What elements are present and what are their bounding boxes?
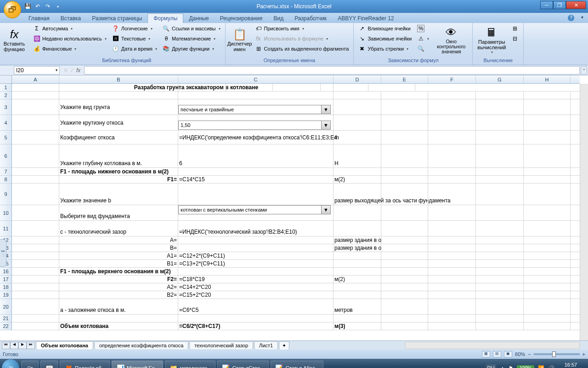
- row-header-22[interactable]: 22: [0, 322, 11, 330]
- use-in-formula-button[interactable]: fxИспользовать в формуле: [253, 34, 351, 43]
- cell-E12[interactable]: [381, 236, 428, 244]
- cell-C18[interactable]: =C14+2*C20: [178, 283, 334, 291]
- cell-A9[interactable]: [12, 184, 59, 205]
- watch-window-button[interactable]: 👁 Окно контрольного значения: [433, 24, 469, 56]
- row-header-8[interactable]: 8: [0, 176, 11, 184]
- cell-H2[interactable]: [524, 92, 571, 99]
- cell-C13[interactable]: [178, 244, 334, 252]
- cell-H22[interactable]: [524, 322, 571, 330]
- cell-B22[interactable]: Объем котлована: [59, 322, 178, 330]
- tray-chevron-icon[interactable]: ▲: [500, 365, 505, 368]
- taskbar-item-0[interactable]: 🦊Подсчёт об...: [60, 361, 110, 368]
- tab-developer[interactable]: Разработчик: [289, 14, 332, 23]
- row-header-5[interactable]: 5: [0, 131, 11, 144]
- cell-B17[interactable]: F2=: [59, 276, 178, 283]
- cell-G19[interactable]: [476, 291, 524, 299]
- cell-B19[interactable]: В2=: [59, 291, 178, 299]
- autosum-button[interactable]: ΣАвтосумма: [31, 24, 108, 33]
- cell-B6[interactable]: Укажите глубину котлована в м.: [59, 144, 178, 167]
- cell-A4[interactable]: [12, 115, 59, 130]
- cell-F16[interactable]: [428, 268, 476, 275]
- cell-D22[interactable]: м(3): [334, 322, 381, 330]
- horizontal-scrollbar[interactable]: [405, 342, 580, 349]
- cell-E13[interactable]: [381, 244, 428, 252]
- cell-G22[interactable]: [476, 322, 524, 330]
- column-header-F[interactable]: F: [428, 75, 476, 83]
- row-header-16[interactable]: 16: [0, 268, 11, 276]
- cell-H14[interactable]: [524, 252, 571, 259]
- cell-A13[interactable]: [12, 244, 59, 252]
- cell-H4[interactable]: [524, 115, 571, 130]
- qat-customize-icon[interactable]: ▾: [53, 2, 62, 11]
- cell-C7[interactable]: [178, 168, 334, 175]
- cell-E5[interactable]: [381, 131, 428, 144]
- cell-F6[interactable]: [428, 144, 476, 167]
- taskbar-item-3[interactable]: 📝СтатьяСтро...: [217, 361, 269, 368]
- cell-E19[interactable]: [381, 291, 428, 299]
- cell-D6[interactable]: Н: [334, 144, 381, 167]
- vertical-scrollbar[interactable]: [580, 84, 588, 340]
- cell-G12[interactable]: [476, 236, 524, 244]
- cell-A20[interactable]: [12, 299, 59, 314]
- cell-A1[interactable]: [12, 84, 59, 91]
- column-header-A[interactable]: A: [12, 75, 59, 83]
- column-header-G[interactable]: G: [476, 75, 524, 83]
- cell-F14[interactable]: [428, 252, 476, 259]
- sheet-tab-4[interactable]: Лист1: [254, 341, 278, 349]
- row-header-9[interactable]: 9: [0, 184, 11, 205]
- maximize-button[interactable]: ❐: [553, 1, 566, 9]
- cell-C20[interactable]: =C6*C5: [178, 299, 334, 314]
- cell-G13[interactable]: [476, 244, 524, 252]
- tab-data[interactable]: Данные: [183, 14, 214, 23]
- name-manager-button[interactable]: 📋 Диспетчер имен: [228, 24, 251, 56]
- cell-H9[interactable]: [524, 184, 571, 205]
- cell-B8[interactable]: F1=: [59, 176, 178, 183]
- cell-D20[interactable]: метров: [334, 299, 381, 314]
- combobox-row-3[interactable]: песчаные и гравийные▼: [178, 105, 331, 114]
- cell-D15[interactable]: [334, 260, 381, 267]
- cell-A18[interactable]: [12, 283, 59, 291]
- cell-H10[interactable]: [524, 205, 571, 220]
- cell-G15[interactable]: [476, 260, 524, 267]
- fx-icon[interactable]: fx: [76, 67, 80, 74]
- cell-F3[interactable]: [428, 99, 476, 115]
- math-button[interactable]: θМатематические: [161, 34, 222, 43]
- cell-C14[interactable]: =C12+2*(C9+C11): [178, 252, 334, 259]
- sheet-first-button[interactable]: ⏮: [2, 342, 10, 349]
- cell-C12[interactable]: [178, 236, 334, 244]
- cell-D18[interactable]: [334, 283, 381, 291]
- sheet-prev-button[interactable]: ◀: [10, 342, 18, 349]
- cell-B9[interactable]: Укажите значение b: [59, 184, 178, 205]
- tab-abbyy[interactable]: ABBYY FineReader 12: [332, 14, 400, 23]
- volume-icon[interactable]: 🔊: [548, 365, 554, 368]
- cell-D9[interactable]: размер выходящей за ось части фундамента: [334, 184, 381, 205]
- row-header-3[interactable]: 3: [0, 99, 11, 115]
- cell-H8[interactable]: [524, 176, 571, 183]
- language-indicator[interactable]: RU: [486, 364, 497, 368]
- combobox-dropdown-button[interactable]: ▼: [321, 105, 330, 114]
- cell-F2[interactable]: [428, 92, 476, 99]
- cell-E10[interactable]: [381, 205, 428, 220]
- select-all-corner[interactable]: [0, 75, 12, 84]
- cell-A6[interactable]: [12, 144, 59, 167]
- cell-B11[interactable]: с - технологический зазор: [59, 221, 178, 236]
- zoom-slider[interactable]: [534, 353, 580, 355]
- cell-A17[interactable]: [12, 276, 59, 283]
- cell-B4[interactable]: Укажите крутизну откоса: [59, 115, 178, 130]
- cell-C15[interactable]: =C13+2*(C9+C11): [178, 260, 334, 267]
- cell-A12[interactable]: [12, 236, 59, 244]
- column-header-C[interactable]: C: [178, 75, 334, 83]
- ribbon-minimize-icon[interactable]: ▾: [581, 15, 583, 20]
- cell-B2[interactable]: [59, 92, 178, 99]
- cell-G8[interactable]: [476, 176, 524, 183]
- row-header-18[interactable]: 18: [0, 283, 11, 291]
- sheet-last-button[interactable]: ⏭: [27, 342, 35, 349]
- cell-F4[interactable]: [428, 115, 476, 130]
- cell-H21[interactable]: [524, 315, 571, 322]
- cell-D11[interactable]: [334, 221, 381, 236]
- cell-G2[interactable]: [476, 92, 524, 99]
- cancel-formula-icon[interactable]: ✕: [63, 67, 68, 74]
- cell-B21[interactable]: [59, 315, 178, 322]
- cell-A11[interactable]: [12, 221, 59, 236]
- error-check-button[interactable]: ⚠: [415, 34, 431, 43]
